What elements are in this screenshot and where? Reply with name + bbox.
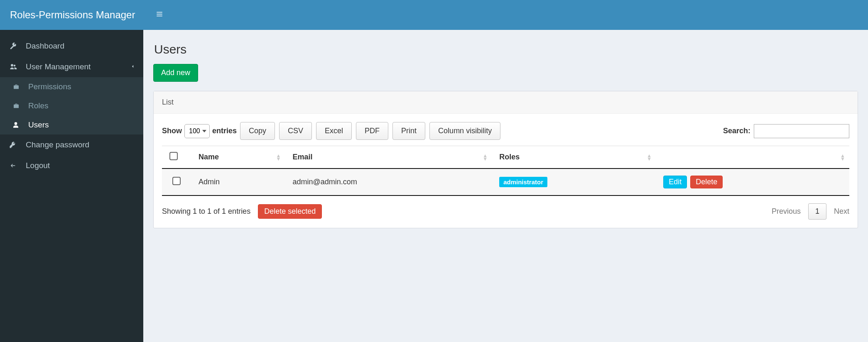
wrench-icon [9, 42, 22, 50]
table-toolbar: Show 100 entries Copy CSV Excel [162, 122, 849, 140]
briefcase-icon [12, 103, 23, 109]
sidebar-label: Roles [28, 101, 49, 110]
table-row: Admin admin@admin.com administrator Edit… [162, 169, 849, 195]
sidebar-item-user-management[interactable]: User Management [0, 56, 143, 77]
sort-icon: ▲▼ [483, 154, 488, 161]
row-checkbox[interactable] [172, 177, 181, 185]
list-panel: List Show 100 entries [153, 91, 858, 228]
sidebar-label: Permissions [28, 82, 71, 91]
sort-icon: ▲▼ [840, 154, 845, 161]
column-email-label: Email [292, 153, 312, 161]
column-name[interactable]: Name ▲▼ [191, 146, 285, 169]
excel-button[interactable]: Excel [316, 122, 352, 140]
pager-next[interactable]: Next [834, 207, 849, 216]
pager-page-1[interactable]: 1 [808, 203, 826, 220]
pager: Previous 1 Next [772, 203, 849, 220]
delete-selected-button[interactable]: Delete selected [258, 204, 322, 219]
cell-roles: administrator [492, 169, 656, 195]
cell-email: admin@admin.com [285, 169, 492, 195]
sidebar-nav: Dashboard User Management [0, 30, 143, 176]
length-entries-label: entries [212, 127, 237, 135]
key-icon [9, 141, 22, 149]
sort-icon: ▲▼ [276, 154, 281, 161]
brand-title[interactable]: Roles-Permissions Manager [0, 0, 143, 30]
users-icon [9, 63, 22, 71]
sidebar-item-dashboard[interactable]: Dashboard [0, 36, 143, 56]
delete-button[interactable]: Delete [690, 176, 723, 188]
sidebar-item-roles[interactable]: Roles [0, 96, 143, 115]
search-input[interactable] [754, 124, 849, 138]
sort-icon: ▲▼ [647, 154, 652, 161]
sidebar-label: User Management [26, 62, 91, 71]
cell-name: Admin [191, 169, 285, 195]
print-button[interactable]: Print [392, 122, 425, 140]
search-label: Search: [723, 127, 750, 135]
sidebar-label: Logout [26, 161, 50, 170]
pdf-button[interactable]: PDF [356, 122, 388, 140]
hamburger-icon[interactable] [152, 7, 167, 23]
sidebar: Roles-Permissions Manager Dashboard User… [0, 0, 143, 342]
add-new-button[interactable]: Add new [153, 64, 198, 82]
column-roles[interactable]: Roles ▲▼ [492, 146, 656, 169]
role-badge: administrator [499, 177, 547, 187]
sidebar-item-logout[interactable]: Logout [0, 155, 143, 176]
length-select[interactable]: 100 [184, 124, 210, 138]
column-visibility-button[interactable]: Column visibility [429, 122, 500, 140]
column-select-all [162, 146, 191, 169]
users-table: Name ▲▼ Email ▲▼ Roles ▲▼ [162, 146, 849, 196]
briefcase-icon [12, 83, 23, 90]
copy-button[interactable]: Copy [240, 122, 275, 140]
user-icon [12, 122, 23, 128]
sidebar-item-users[interactable]: Users [0, 115, 143, 134]
sidebar-label: Change password [26, 140, 89, 149]
select-all-checkbox[interactable] [169, 152, 178, 160]
panel-header: List [154, 91, 858, 114]
sidebar-item-permissions[interactable]: Permissions [0, 77, 143, 96]
sidebar-submenu: Permissions Roles [0, 77, 143, 134]
sidebar-label: Users [28, 120, 49, 129]
column-email[interactable]: Email ▲▼ [285, 146, 492, 169]
entries-info: Showing 1 to 1 of 1 entries [162, 207, 250, 216]
csv-button[interactable]: CSV [279, 122, 312, 140]
sidebar-item-change-password[interactable]: Change password [0, 134, 143, 155]
pager-prev[interactable]: Previous [772, 207, 801, 216]
arrow-left-icon [9, 162, 22, 169]
length-show-label: Show [162, 127, 182, 135]
sidebar-label: Dashboard [26, 42, 64, 51]
column-actions: ▲▼ [656, 146, 849, 169]
column-roles-label: Roles [499, 153, 520, 161]
topbar [143, 0, 868, 30]
edit-button[interactable]: Edit [663, 176, 687, 188]
chevron-left-icon [131, 62, 135, 71]
column-name-label: Name [199, 153, 219, 161]
page-title: Users [154, 42, 858, 56]
